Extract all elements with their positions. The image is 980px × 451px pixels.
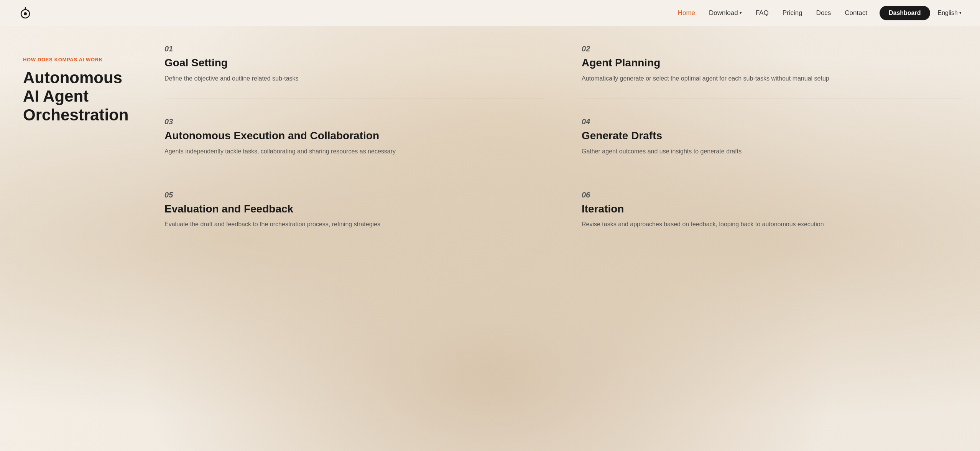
step-desc-06: Revise tasks and approaches based on fee…: [582, 220, 962, 229]
logo[interactable]: [18, 6, 32, 20]
nav-home[interactable]: Home: [678, 9, 695, 17]
navbar: Home Download ▾ FAQ Pricing Docs Contact…: [0, 0, 980, 26]
step-02: 02 Agent Planning Automatically generate…: [582, 26, 962, 99]
step-number-05: 05: [164, 191, 544, 199]
step-number-06: 06: [582, 191, 962, 199]
step-title-05: Evaluation and Feedback: [164, 202, 544, 216]
hero-title: Autonomous AI Agent Orchestration: [23, 69, 130, 124]
step-desc-04: Gather agent outcomes and use insights t…: [582, 147, 962, 156]
step-desc-03: Agents independently tackle tasks, colla…: [164, 147, 544, 156]
step-04: 04 Generate Drafts Gather agent outcomes…: [582, 99, 962, 172]
left-panel: HOW DOES KOMPAS AI WORK Autonomous AI Ag…: [0, 26, 146, 451]
nav-faq[interactable]: FAQ: [756, 9, 769, 17]
step-number-01: 01: [164, 44, 544, 53]
middle-panel: 01 Goal Setting Define the objective and…: [146, 26, 563, 451]
nav-links: Home Download ▾ FAQ Pricing Docs Contact: [678, 9, 867, 17]
step-title-02: Agent Planning: [582, 56, 962, 69]
step-01: 01 Goal Setting Define the objective and…: [164, 26, 544, 99]
step-desc-01: Define the objective and outline related…: [164, 74, 544, 84]
language-selector[interactable]: English ▾: [938, 10, 962, 16]
nav-docs[interactable]: Docs: [816, 9, 831, 17]
step-number-02: 02: [582, 44, 962, 53]
nav-right: Dashboard English ▾: [880, 6, 962, 20]
step-06: 06 Iteration Revise tasks and approaches…: [582, 172, 962, 245]
step-05: 05 Evaluation and Feedback Evaluate the …: [164, 172, 544, 245]
step-desc-02: Automatically generate or select the opt…: [582, 74, 962, 84]
step-title-04: Generate Drafts: [582, 129, 962, 142]
hero-content: HOW DOES KOMPAS AI WORK Autonomous AI Ag…: [0, 26, 980, 451]
step-number-03: 03: [164, 117, 544, 126]
nav-download[interactable]: Download ▾: [709, 9, 742, 17]
svg-point-1: [24, 12, 27, 15]
step-03: 03 Autonomous Execution and Collaboratio…: [164, 99, 544, 172]
dashboard-button[interactable]: Dashboard: [880, 6, 930, 20]
step-desc-05: Evaluate the draft and feedback to the o…: [164, 220, 544, 229]
section-label: HOW DOES KOMPAS AI WORK: [23, 57, 130, 63]
step-number-04: 04: [582, 117, 962, 126]
step-title-03: Autonomous Execution and Collaboration: [164, 129, 544, 142]
language-chevron-icon: ▾: [959, 10, 962, 15]
nav-contact[interactable]: Contact: [845, 9, 867, 17]
nav-pricing[interactable]: Pricing: [783, 9, 802, 17]
step-title-01: Goal Setting: [164, 56, 544, 69]
svg-point-2: [25, 8, 26, 10]
step-title-06: Iteration: [582, 202, 962, 216]
hero-section: HOW DOES KOMPAS AI WORK Autonomous AI Ag…: [0, 26, 980, 451]
right-panel: 02 Agent Planning Automatically generate…: [563, 26, 980, 451]
download-chevron-icon: ▾: [740, 10, 742, 15]
